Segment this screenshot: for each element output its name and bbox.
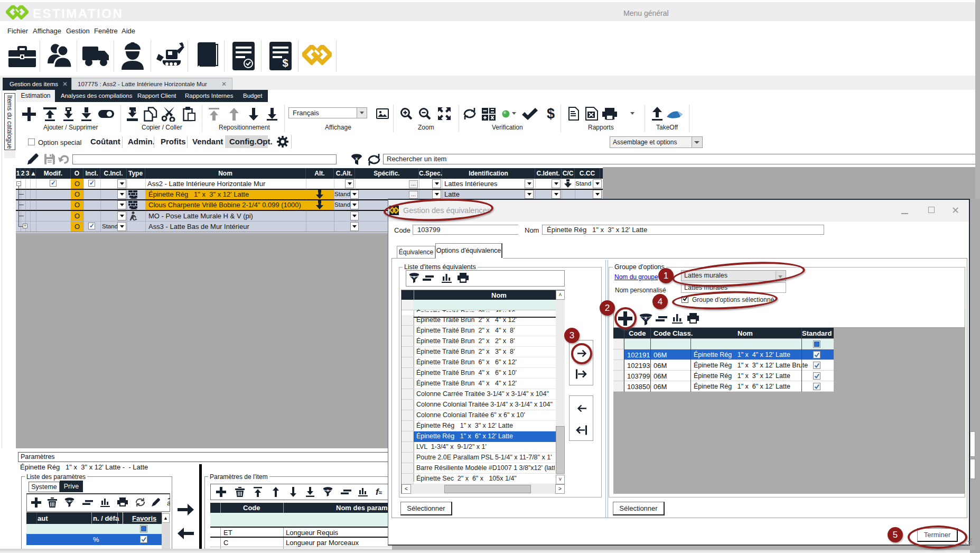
svg-text:x: x — [645, 315, 648, 320]
svg-text:x: x — [413, 274, 416, 279]
svg-text:a: a — [167, 499, 170, 507]
svg-text:x: x — [355, 156, 358, 161]
svg-text:$: $ — [282, 57, 288, 69]
